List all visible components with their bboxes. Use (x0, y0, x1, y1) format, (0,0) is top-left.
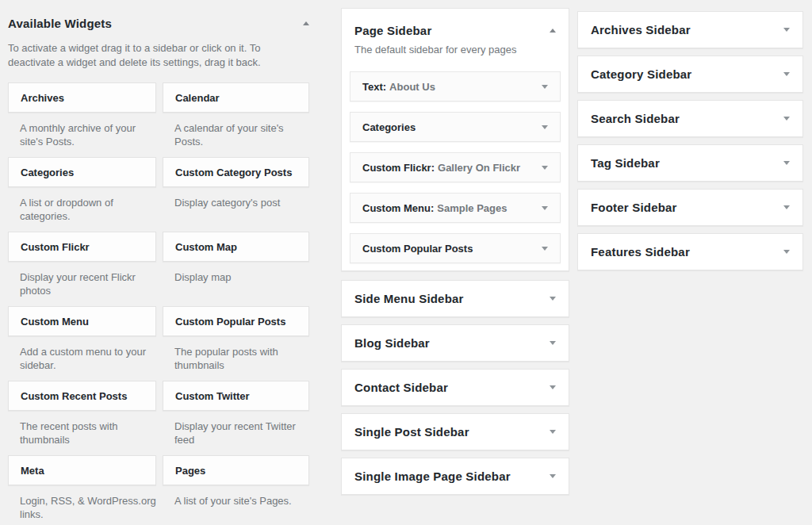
sidebar-panel-archives[interactable]: Archives Sidebar (577, 11, 803, 48)
available-widget: Custom Flickr Display your recent Flickr… (8, 232, 156, 306)
chevron-down-icon[interactable] (550, 297, 556, 301)
sidebar-title: Contact Sidebar (354, 381, 448, 394)
sidebar-title: Blog Sidebar (354, 336, 430, 350)
sidebar-widget-item-custom-flickr[interactable]: Custom Flickr: Gallery On Flickr (350, 152, 561, 182)
chevron-down-icon[interactable] (550, 430, 556, 434)
sidebar-title: Side Menu Sidebar (354, 292, 464, 305)
widget-card-categories[interactable]: Categories (8, 157, 156, 187)
widget-card-custom-popular-posts[interactable]: Custom Popular Posts (163, 306, 309, 336)
widget-item-label: Text: (362, 81, 386, 93)
sidebar-title: Tag Sidebar (591, 156, 660, 170)
sidebar-panel-single-image-page[interactable]: Single Image Page Sidebar (341, 458, 569, 495)
widget-card-title: Meta (21, 465, 44, 477)
available-widget: Calendar A calendar of your site's Posts… (163, 82, 309, 157)
available-widgets-header[interactable]: Available Widgets (8, 16, 309, 30)
available-widget: Pages A list of your site's Pages. (163, 455, 309, 525)
page-sidebar-widget-list: Text: About Us Categories Custom Flickr:… (350, 71, 561, 263)
sidebar-panel-blog[interactable]: Blog Sidebar (341, 324, 569, 362)
middle-sidebars-column: Page Sidebar The default sidebar for eve… (341, 8, 569, 495)
sidebar-widget-item-categories[interactable]: Categories (350, 112, 561, 142)
widget-card-description: Add a custom menu to your sidebar. (20, 346, 156, 372)
widget-card-description: Login, RSS, & WordPress.org links. (20, 495, 156, 521)
sidebar-panel-contact[interactable]: Contact Sidebar (341, 369, 569, 406)
chevron-down-icon[interactable] (783, 250, 790, 254)
available-widgets-title: Available Widgets (8, 17, 112, 30)
widget-card-custom-twitter[interactable]: Custom Twitter (163, 381, 309, 411)
widget-card-title: Archives (21, 92, 64, 104)
widget-card-archives[interactable]: Archives (8, 82, 156, 113)
sidebar-widget-item-text[interactable]: Text: About Us (350, 71, 561, 102)
available-widgets-section: Available Widgets To activate a widget d… (8, 16, 309, 525)
available-widget: Archives A monthly archive of your site'… (8, 82, 156, 157)
widget-card-custom-map[interactable]: Custom Map (163, 232, 309, 262)
widget-card-title: Custom Popular Posts (175, 316, 285, 328)
chevron-down-icon[interactable] (783, 205, 790, 209)
available-widgets-description: To activate a widget drag it to a sideba… (8, 41, 308, 69)
widget-item-label: Custom Menu: (362, 202, 434, 214)
widget-card-description: Display your recent Twitter feed (174, 420, 309, 446)
available-widgets-grid: Archives A monthly archive of your site'… (8, 82, 309, 525)
sidebar-panel-side-menu[interactable]: Side Menu Sidebar (341, 280, 569, 317)
sidebar-widget-item-custom-popular-posts[interactable]: Custom Popular Posts (350, 233, 561, 263)
sidebar-panel-search[interactable]: Search Sidebar (577, 100, 803, 137)
chevron-up-icon[interactable] (550, 29, 556, 33)
chevron-down-icon[interactable] (783, 72, 790, 76)
sidebar-title: Search Sidebar (591, 112, 680, 125)
sidebar-title: Archives Sidebar (591, 23, 691, 36)
available-widget: Meta Login, RSS, & WordPress.org links. (8, 455, 156, 525)
widget-card-description: Display map (174, 271, 309, 285)
chevron-down-icon[interactable] (783, 28, 790, 32)
sidebar-panel-single-post[interactable]: Single Post Sidebar (341, 413, 569, 450)
widget-card-description: The recent posts with thumbnails (20, 420, 156, 446)
widget-card-description: A calendar of your site's Posts. (174, 122, 309, 148)
widget-card-description: A monthly archive of your site's Posts. (20, 122, 156, 148)
widget-item-label: Categories (362, 121, 416, 133)
widget-item-instance: About Us (389, 81, 435, 93)
widget-card-custom-flickr[interactable]: Custom Flickr (8, 232, 156, 262)
widget-card-custom-category-posts[interactable]: Custom Category Posts (163, 157, 309, 187)
chevron-down-icon[interactable] (542, 125, 548, 129)
available-widget: Custom Twitter Display your recent Twitt… (163, 381, 309, 455)
widget-card-custom-menu[interactable]: Custom Menu (8, 306, 156, 336)
page-sidebar-header[interactable]: Page Sidebar (350, 25, 561, 37)
widget-card-description: A list of your site's Pages. (174, 495, 309, 508)
widget-card-title: Custom Menu (21, 316, 89, 328)
chevron-down-icon[interactable] (542, 85, 548, 89)
chevron-down-icon[interactable] (783, 117, 790, 121)
sidebar-title: Footer Sidebar (591, 201, 677, 214)
widget-card-calendar[interactable]: Calendar (163, 82, 309, 113)
sidebar-title: Single Image Page Sidebar (354, 469, 511, 483)
chevron-up-icon[interactable] (303, 21, 309, 25)
widget-card-title: Custom Map (175, 241, 237, 253)
widget-card-title: Calendar (175, 92, 220, 104)
chevron-down-icon[interactable] (542, 206, 548, 210)
widget-item-instance: Gallery On Flickr (438, 162, 520, 174)
available-widget: Custom Popular Posts The popular posts w… (163, 306, 309, 381)
widget-card-description: Display category's post (174, 197, 309, 210)
available-widget: Custom Category Posts Display category's… (163, 157, 309, 232)
sidebar-panel-tag[interactable]: Tag Sidebar (577, 144, 803, 182)
widget-card-description: Display your recent Flickr photos (20, 271, 156, 297)
sidebar-panel-features[interactable]: Features Sidebar (577, 233, 803, 270)
widget-card-custom-recent-posts[interactable]: Custom Recent Posts (8, 381, 156, 411)
chevron-down-icon[interactable] (783, 161, 790, 165)
widget-card-title: Pages (175, 465, 205, 477)
widgets-admin-page: Available Widgets To activate a widget d… (0, 0, 812, 525)
chevron-down-icon[interactable] (542, 166, 548, 170)
sidebar-widget-item-custom-menu[interactable]: Custom Menu: Sample Pages (350, 193, 561, 223)
widget-card-meta[interactable]: Meta (8, 455, 156, 485)
page-sidebar-panel: Page Sidebar The default sidebar for eve… (341, 8, 569, 271)
widget-card-pages[interactable]: Pages (163, 455, 309, 485)
widget-item-label: Custom Popular Posts (362, 243, 473, 255)
available-widget: Custom Recent Posts The recent posts wit… (8, 381, 156, 455)
chevron-down-icon[interactable] (550, 341, 556, 345)
chevron-down-icon[interactable] (550, 385, 556, 389)
chevron-down-icon[interactable] (542, 247, 548, 251)
chevron-down-icon[interactable] (550, 474, 556, 478)
sidebar-panel-category[interactable]: Category Sidebar (577, 56, 803, 93)
sidebar-title: Features Sidebar (591, 245, 690, 259)
right-sidebars-column: Archives Sidebar Category Sidebar Search… (577, 11, 803, 278)
widget-card-title: Categories (21, 167, 74, 178)
page-sidebar-title: Page Sidebar (354, 25, 431, 37)
sidebar-panel-footer[interactable]: Footer Sidebar (577, 189, 803, 226)
